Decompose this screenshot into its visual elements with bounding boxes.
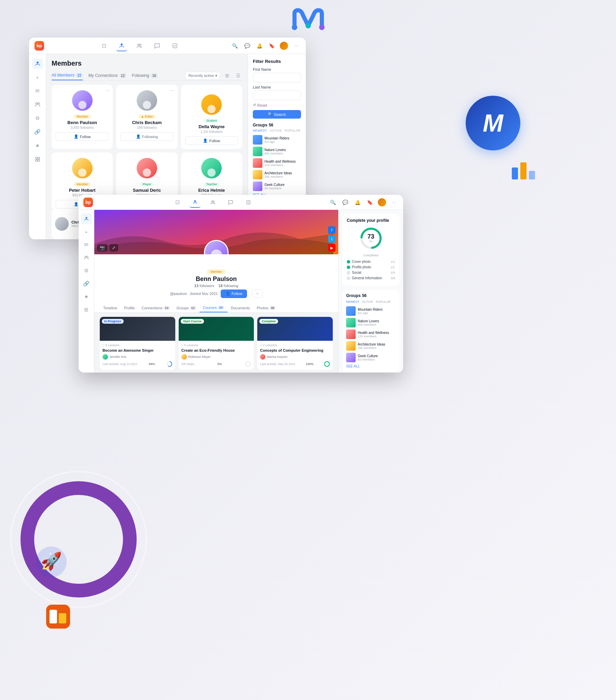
svg-point-28: [86, 256, 88, 258]
reset-button[interactable]: ↺ Reset: [253, 103, 301, 107]
author-avatar-eco: [181, 354, 187, 360]
profile-sidebar-connect[interactable]: 🔗: [81, 278, 92, 289]
nav-profile-icon[interactable]: [116, 40, 127, 51]
profile-more-btn[interactable]: ···: [252, 289, 262, 298]
grid-view-icon[interactable]: ⊞: [223, 72, 231, 80]
tab-all-members[interactable]: All Members 22: [52, 71, 83, 80]
profile-titlebar: bp ⊡ 🔍 💬 🔔 🔖 ···: [78, 195, 403, 210]
group-item-mountain[interactable]: Mountain Riders 5m ago: [253, 135, 301, 145]
profile-group-nature[interactable]: Nature Lovers 85k members: [346, 318, 395, 327]
course-status-computer: Complete: [259, 319, 278, 324]
profile-follow-btn[interactable]: 👤 Follow: [221, 289, 247, 298]
sidebar-members-icon[interactable]: [32, 58, 43, 69]
profile-group-health[interactable]: Health and Wellness 129 members: [346, 329, 395, 339]
groups-tab-popular[interactable]: POPULAR: [285, 129, 301, 132]
group-thumb-health: [253, 158, 262, 168]
profile-notification-icon[interactable]: 🔔: [353, 198, 362, 207]
profile-tab-connections[interactable]: Connections 13: [138, 303, 173, 312]
follow-button-della[interactable]: 👤 Follow: [185, 136, 238, 145]
profile-right-panel: Complete your profile 73 % Completed: [338, 210, 403, 373]
course-title-eco: Create an Eco-Friendly House: [181, 348, 251, 353]
profile-group-arch[interactable]: Architecture Ideas 35k members: [346, 341, 395, 351]
member-card-della: Student Della Wayne 1.2m followers 👤 Fol…: [181, 85, 242, 149]
profile-group-geek[interactable]: Geek Culture 60 members: [346, 353, 395, 362]
search-button[interactable]: 🔍 Search: [253, 110, 301, 118]
profile-sidebar-add[interactable]: +: [81, 226, 92, 237]
group-item-health[interactable]: Health and Wellness 120 members: [253, 158, 301, 168]
bookmark-icon[interactable]: 🔖: [267, 42, 276, 50]
follow-button-chris[interactable]: 👤 Following: [120, 132, 173, 141]
sidebar-groups-icon[interactable]: [32, 99, 43, 110]
groups-tab-newest[interactable]: NEWEST: [253, 129, 267, 132]
sidebar-mail-icon[interactable]: ✉: [32, 86, 43, 96]
profile-group-mountain[interactable]: Mountain Riders 5m ago: [346, 306, 395, 316]
twitter-icon[interactable]: t: [328, 235, 336, 243]
nav-people-icon[interactable]: [134, 40, 145, 51]
cover-camera-btn[interactable]: 📷: [97, 244, 108, 252]
search-icon[interactable]: 🔍: [231, 42, 239, 50]
profile-more-icon[interactable]: ···: [390, 198, 398, 207]
svg-point-1: [305, 23, 311, 28]
sidebar-star-icon[interactable]: ★: [32, 140, 43, 151]
youtube-icon[interactable]: ▶: [328, 244, 336, 252]
profile-sidebar-admin[interactable]: ⊞: [81, 304, 92, 315]
group-item-geek[interactable]: Geek Culture 60 members: [253, 182, 301, 191]
sidebar-admin-icon[interactable]: [32, 154, 43, 165]
card-dots-chris[interactable]: ···: [170, 88, 174, 93]
user-avatar[interactable]: [280, 42, 288, 50]
profile-bookmark-icon[interactable]: 🔖: [366, 198, 374, 207]
sidebar-add-icon[interactable]: +: [32, 72, 43, 83]
profile-nav-people-icon[interactable]: [208, 197, 218, 208]
follow-button-benn[interactable]: 👤 Follow: [56, 132, 109, 141]
profile-groups-see-all[interactable]: SEE ALL: [346, 364, 395, 368]
message-icon[interactable]: 💬: [243, 42, 251, 50]
first-name-input[interactable]: [253, 73, 301, 83]
sidebar-connect-icon[interactable]: 🔗: [32, 126, 43, 137]
member-followers-della: 1.2m followers: [185, 130, 238, 134]
list-view-icon[interactable]: ☰: [234, 72, 242, 80]
profile-sidebar-mail[interactable]: ✉: [81, 239, 92, 250]
member-name-erica: Erica Helmie: [185, 188, 238, 193]
notification-icon[interactable]: 🔔: [255, 42, 263, 50]
profile-search-icon[interactable]: 🔍: [329, 198, 337, 207]
profile-tab-profile[interactable]: Profile: [121, 303, 138, 312]
app-logo: [288, 7, 329, 36]
sort-button[interactable]: Recently active ▾: [185, 72, 221, 80]
profile-tab-groups[interactable]: Groups 12: [173, 303, 200, 312]
profile-message-icon[interactable]: 💬: [341, 198, 349, 207]
profile-tab-documents[interactable]: Documents: [228, 303, 253, 312]
profile-nav-tasks-icon[interactable]: [243, 197, 254, 208]
profile-sidebar-members[interactable]: [81, 213, 92, 224]
profile-tab-timeline[interactable]: Timeline: [100, 303, 121, 312]
profile-groups-tab-popular[interactable]: POPULAR: [376, 300, 390, 303]
last-name-input[interactable]: [253, 90, 301, 100]
group-item-arch[interactable]: Architecture Ideas 35k members: [253, 170, 301, 179]
nav-chat-icon[interactable]: [152, 40, 163, 51]
nav-tasks-icon[interactable]: [169, 40, 180, 51]
nav-post-icon[interactable]: ⊡: [98, 40, 109, 51]
profile-nav-post-icon[interactable]: ⊡: [172, 197, 183, 208]
profile-tab-courses[interactable]: Courses 23: [200, 303, 228, 312]
svg-rect-20: [36, 160, 37, 161]
cover-expand-btn[interactable]: ⤢: [109, 244, 118, 252]
course-title-computer: Concepts of Computer Engineering: [260, 348, 330, 353]
tab-my-connections[interactable]: My Connections 12: [88, 71, 126, 80]
facebook-icon[interactable]: f: [328, 226, 336, 234]
profile-nav-chat-icon[interactable]: [225, 197, 236, 208]
profile-tab-photos[interactable]: Photos 38: [253, 303, 279, 312]
group-item-nature[interactable]: Nature Lovers 85k members: [253, 147, 301, 156]
sidebar-settings-icon[interactable]: ⚙: [32, 113, 43, 124]
bar-chart-icon: [510, 157, 538, 183]
groups-tab-active[interactable]: ACTIVE: [270, 129, 282, 132]
tab-following[interactable]: Following 16: [132, 71, 158, 80]
profile-groups-tab-active[interactable]: ACTIVE: [362, 300, 374, 303]
profile-user-avatar[interactable]: [378, 198, 386, 207]
profile-sidebar-groups[interactable]: [81, 252, 92, 263]
profile-groups-tab-newest[interactable]: NEWEST: [346, 300, 360, 303]
more-icon[interactable]: ···: [292, 42, 300, 50]
svg-point-31: [246, 362, 250, 366]
profile-nav-profile-icon[interactable]: [190, 197, 201, 208]
profile-sidebar-settings[interactable]: ⚙: [81, 265, 92, 276]
card-dots-benn[interactable]: ···: [105, 88, 110, 93]
profile-sidebar-star[interactable]: ★: [81, 291, 92, 302]
